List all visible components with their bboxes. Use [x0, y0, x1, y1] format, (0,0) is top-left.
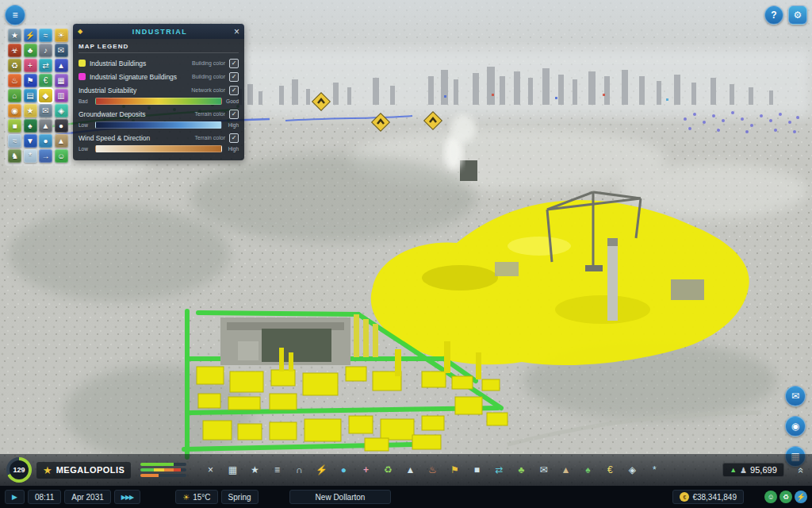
garbage-infoview[interactable]: ♻ [8, 59, 21, 72]
roads-tool[interactable]: ≡ [267, 460, 286, 480]
toolbar-expand-button[interactable]: « [794, 465, 809, 474]
industrial-panel: ◆ INDUSTRIAL × MAP LEGEND Industrial Bui… [73, 24, 244, 160]
happiness-infoview[interactable]: ☺ [55, 149, 68, 163]
commercial-infoview[interactable]: ▤ [24, 89, 37, 102]
legend-checkbox[interactable]: ✓ [229, 72, 239, 82]
parks-recreation-tool[interactable]: ♣ [511, 460, 530, 480]
happiness-indicator[interactable]: ☺ [764, 491, 777, 503]
season-value: Spring [228, 493, 251, 502]
fisheries-infoview[interactable]: ● [39, 134, 52, 148]
gradient-min-label: Low [79, 146, 93, 152]
statistics-tool[interactable]: ◈ [622, 460, 642, 480]
fertile-land-infoview[interactable]: ■ [8, 119, 21, 133]
electricity-tool[interactable]: ⚡ [312, 460, 331, 480]
residential-infoview[interactable]: ⌂ [8, 89, 21, 102]
legend-label: Industrial Signature Buildings [90, 73, 188, 81]
police-tool[interactable]: ⚑ [445, 460, 464, 480]
tourism-infoview[interactable]: ◉ [8, 104, 21, 117]
money-display[interactable]: € €38,341,849 [672, 490, 744, 504]
water-infoview[interactable]: ≈ [39, 29, 52, 42]
city-name-display[interactable]: New Dollarton [289, 490, 391, 504]
pollution-infoview[interactable]: ☣ [8, 44, 21, 57]
attractiveness-infoview[interactable]: ★ [24, 104, 37, 117]
education-tool[interactable]: ▲ [400, 460, 419, 480]
transportation-infoview[interactable]: ⇄ [39, 59, 52, 72]
bulldoze-tool[interactable]: × [201, 460, 220, 480]
temperature-value: 15°C [193, 493, 210, 502]
landscaping-tool[interactable]: ▲ [556, 460, 575, 480]
power-indicator[interactable]: ⚡ [795, 491, 807, 503]
water-sewage-tool[interactable]: ● [334, 460, 353, 480]
signature-buildings-tool[interactable]: ★ [245, 460, 264, 480]
transportation-tool[interactable]: ⇄ [489, 460, 508, 480]
progression-infoview[interactable]: ★ [8, 29, 21, 42]
temperature-display[interactable]: ☀ 15°C [175, 490, 217, 504]
groundwater-infoview[interactable]: ▼ [24, 134, 37, 148]
forestry-infoview[interactable]: ♠ [24, 119, 37, 133]
fire-safety-infoview[interactable]: ♨ [8, 74, 21, 87]
legend-type-label: Terrain color [194, 135, 225, 140]
communications-tool[interactable]: ✉ [534, 460, 553, 480]
legend-row-industrial-buildings: Industrial Buildings Building color ✓ [79, 56, 239, 70]
environment-tool[interactable]: ♠ [578, 460, 597, 480]
milestone-chip[interactable]: ★ MEGALOPOLIS [36, 462, 131, 479]
electricity-infoview[interactable]: ⚡ [24, 29, 37, 42]
legend-type-label: Building color [192, 74, 225, 79]
help-button[interactable]: ? [764, 6, 783, 25]
administration-tool[interactable]: ■ [467, 460, 486, 480]
healthcare-infoview[interactable]: + [24, 59, 37, 72]
bridges-tool[interactable]: ∩ [289, 460, 308, 480]
healthcare-tool[interactable]: + [356, 460, 375, 480]
zoning-tool[interactable]: ▦ [223, 460, 242, 480]
education-infoview[interactable]: ▲ [55, 59, 68, 72]
industrial-infoview[interactable]: ◆ [39, 89, 52, 102]
wind-infoview[interactable]: ≈ [8, 134, 21, 148]
legend-checkbox[interactable]: ✓ [229, 59, 239, 68]
legend-row-signature-buildings: Industrial Signature Buildings Building … [79, 70, 239, 83]
legend-swatch [79, 60, 86, 67]
fire-rescue-tool[interactable]: ♨ [423, 460, 442, 480]
gear-icon: ⚙ [794, 10, 802, 21]
groundwater-gradient-bar [95, 121, 222, 129]
oil-infoview[interactable]: ● [55, 119, 68, 133]
settings-button[interactable]: ⚙ [788, 6, 807, 25]
legend-checkbox[interactable]: ✓ [229, 133, 239, 143]
radio-infoview[interactable]: ◈ [55, 104, 68, 117]
snow-infoview[interactable]: * [24, 149, 37, 163]
notifications-button[interactable]: ✉ [785, 386, 806, 406]
secondary-demand-bar [140, 474, 186, 477]
milestone-level-badge[interactable]: 129 [6, 457, 32, 483]
close-icon[interactable]: × [234, 27, 239, 37]
routes-infoview[interactable]: → [39, 149, 52, 163]
legend-label: Wind Speed & Direction [79, 134, 190, 142]
terrain-infoview[interactable]: ▲ [55, 134, 68, 148]
ore-infoview[interactable]: ▲ [39, 119, 52, 133]
police-infoview[interactable]: ⚑ [24, 74, 37, 87]
panel-header[interactable]: ◆ INDUSTRIAL × [73, 24, 244, 39]
mail-infoview[interactable]: ✉ [39, 104, 52, 117]
play-pause-button[interactable]: ▶ [5, 490, 25, 504]
gradient-min-label: Low [79, 122, 93, 128]
main-menu-button[interactable]: ≡ [5, 5, 25, 25]
seasons-tool[interactable]: * [645, 460, 664, 480]
economy-tool[interactable]: € [600, 460, 619, 480]
recycling-indicator[interactable]: ♻ [779, 491, 792, 503]
noise-infoview[interactable]: ♪ [39, 44, 52, 57]
economy-infoview[interactable]: € [39, 74, 52, 87]
zones-infoview[interactable]: ▦ [55, 74, 68, 87]
wildlife-infoview[interactable]: ♞ [8, 149, 21, 163]
suitability-gradient-bar [95, 98, 222, 105]
status-indicators: ☺ ♻ ⚡ [764, 491, 807, 503]
office-infoview[interactable]: ▥ [55, 89, 68, 102]
speed-control[interactable]: ▶▶▶ [114, 490, 140, 504]
legend-checkbox[interactable]: ✓ [229, 86, 239, 95]
parks-infoview[interactable]: ♣ [24, 44, 37, 57]
panel-body: MAP LEGEND Industrial Buildings Building… [73, 39, 244, 160]
weather-infoview[interactable]: ☀ [55, 29, 68, 42]
garbage-tool[interactable]: ♻ [378, 460, 397, 480]
communications-infoview[interactable]: ✉ [55, 44, 68, 57]
population-display[interactable]: ▲ ♟ 95,699 [722, 463, 784, 477]
photo-mode-button[interactable]: ◉ [785, 416, 806, 437]
demand-indicators[interactable] [140, 463, 186, 477]
legend-checkbox[interactable]: ✓ [229, 110, 239, 119]
